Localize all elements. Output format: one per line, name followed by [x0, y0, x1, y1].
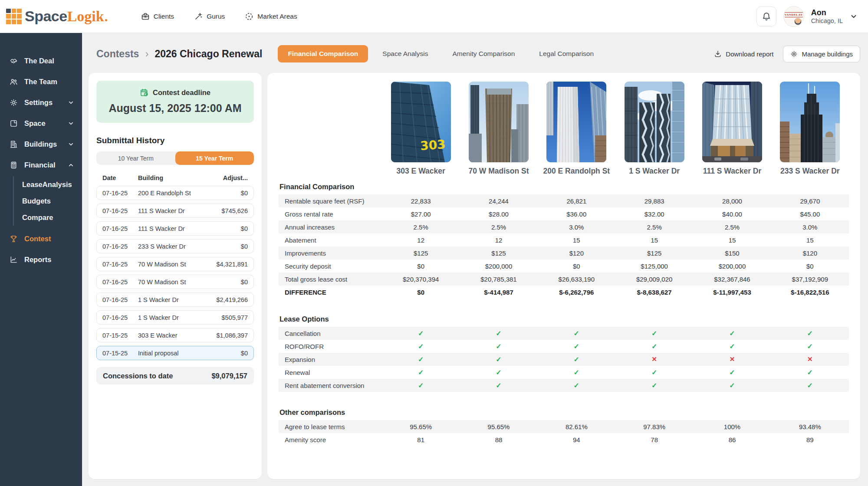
comparison-value: $32.00: [615, 210, 693, 218]
section-title: Financial Comparison: [279, 183, 849, 191]
comparison-cell: ✓: [615, 329, 693, 338]
comparison-value: 26,821: [538, 197, 615, 205]
breadcrumb-contests[interactable]: Contests: [96, 48, 139, 60]
submittal-row[interactable]: 07-15-25 Initial proposal $0: [96, 346, 254, 360]
tab-amenity-comparison[interactable]: Amenity Comparison: [442, 45, 525, 62]
sidebar-item-settings[interactable]: Settings: [0, 92, 82, 113]
submittal-row[interactable]: 07-16-25 233 S Wacker Dr $0: [96, 239, 254, 253]
comparison-cell: ✓: [538, 355, 615, 364]
cross-icon: ✕: [651, 355, 657, 363]
nav-item-market-areas[interactable]: Market Areas: [245, 12, 297, 21]
submittal-row[interactable]: 07-16-25 70 W Madison St $4,321,891: [96, 257, 254, 271]
comparison-value: 95.65%: [382, 423, 460, 430]
building-photo-303-e-wacker: 303: [391, 82, 451, 162]
check-icon: ✓: [574, 330, 579, 337]
submittal-row[interactable]: 07-16-25 1 S Wacker Dr $505,977: [96, 310, 254, 325]
sidebar-subitem-leaseanalysis[interactable]: LeaseAnalysis: [22, 176, 82, 193]
manage-buildings-button[interactable]: Manage buildings: [783, 46, 860, 62]
submittal-row[interactable]: 07-16-25 200 E Randolph St $0: [96, 186, 254, 200]
submittal-row[interactable]: 07-16-25 111 S Wacker Dr $0: [96, 221, 254, 236]
sidebar-item-the-deal[interactable]: The Deal: [0, 50, 82, 71]
submittal-building: Initial proposal: [138, 350, 241, 357]
comparison-value: $27.00: [382, 210, 460, 218]
column-header-date: Date: [102, 174, 138, 181]
layout-icon: [10, 119, 18, 128]
sidebar-subitem-budgets[interactable]: Budgets: [22, 193, 82, 209]
sidebar-item-buildings[interactable]: Buildings: [0, 134, 82, 154]
sidebar-item-space[interactable]: Space: [0, 113, 82, 134]
sidebar-item-the-team[interactable]: The Team: [0, 71, 82, 92]
comparison-cell: ✕: [693, 355, 771, 363]
nav-item-gurus[interactable]: Gurus: [194, 12, 225, 21]
comparison-row: Cancellation✓✓✓✓✓✓: [279, 327, 849, 340]
cross-icon: ✕: [730, 355, 735, 363]
spacelogik-logo[interactable]: SpaceLogik: [6, 8, 107, 25]
sidebar-item-reports[interactable]: Reports: [0, 249, 82, 270]
page-header: Contests › 2026 Chicago Renewal Financia…: [89, 43, 860, 65]
tab-legal-comparison[interactable]: Legal Comparison: [529, 45, 604, 62]
deadline-label: Contest deadline: [153, 89, 210, 97]
comparison-row: Renewal✓✓✓✓✓✓: [279, 366, 849, 379]
comparison-cell: ✓: [771, 342, 849, 351]
submittal-row[interactable]: 07-16-25 1 S Wacker Dr $2,419,266: [96, 292, 254, 307]
comparison-row: Total gross lease cost$20,370,394$20,785…: [279, 273, 849, 286]
submittal-amount: $0: [241, 279, 248, 286]
check-icon: ✓: [729, 369, 735, 376]
submittal-row[interactable]: 07-16-25 111 S Wacker Dr $745,626: [96, 204, 254, 218]
submittal-row[interactable]: 07-16-25 70 W Madison St $0: [96, 275, 254, 289]
sidebar-item-contest[interactable]: Contest: [0, 228, 82, 249]
comparison-value: $37,192,909: [771, 276, 849, 283]
comparison-cell: ✓: [693, 381, 771, 390]
submittal-date: 07-15-25: [102, 332, 138, 339]
check-icon: ✓: [496, 382, 501, 389]
chevron-down-icon[interactable]: [850, 13, 858, 20]
building-photo-1-s-wacker: [625, 82, 684, 162]
toggle-15-year-term[interactable]: 15 Year Term: [175, 151, 254, 165]
submittal-building: 303 E Wacker: [138, 332, 216, 339]
check-icon: ✓: [574, 382, 579, 389]
notifications-button[interactable]: [756, 7, 776, 26]
check-icon: ✓: [729, 382, 735, 389]
submittal-amount: $2,419,266: [216, 296, 248, 303]
comparison-value: $-11,997,453: [693, 289, 771, 296]
comparison-value: $125: [615, 250, 693, 257]
main-area: Contests › 2026 Chicago Renewal Financia…: [82, 33, 868, 486]
download-icon: [714, 50, 722, 58]
user-menu[interactable]: Aon Chicago, IL: [811, 8, 843, 24]
toggle-10-year-term[interactable]: 10 Year Term: [96, 151, 175, 165]
comparison-cell: ✓: [693, 368, 771, 377]
comparison-cell: ✓: [538, 329, 615, 338]
submittal-row[interactable]: 07-15-25 303 E Wacker $1,086,397: [96, 328, 254, 342]
top-navbar: SpaceLogik Clients Gurus Market Areas VA…: [0, 0, 868, 33]
tab-space-analysis[interactable]: Space Analysis: [372, 45, 438, 62]
section-rows: Agree to lease terms95.65%95.65%82.61%97…: [279, 420, 849, 446]
sidebar-item-label: Financial: [24, 161, 56, 169]
sidebar-subitem-compare[interactable]: Compare: [22, 209, 82, 226]
comparison-value: $0: [538, 263, 615, 270]
comparison-value: $28.00: [460, 210, 537, 218]
line-chart-icon: [10, 256, 18, 264]
avatar[interactable]: VANDELAY: [783, 6, 804, 27]
comparison-value: $125: [460, 250, 537, 257]
comparison-row: Expansion✓✓✓✕✕✕: [279, 353, 849, 366]
sidebar-item-financial[interactable]: Financial: [0, 154, 82, 175]
comparison-cell: ✓: [460, 342, 537, 351]
building-photo-233-s-wacker: [780, 82, 840, 162]
building-name: 233 S Wacker Dr: [780, 167, 840, 176]
submittal-column-headers: Date Building Adjust...: [96, 174, 254, 181]
check-icon: ✓: [496, 330, 501, 337]
gear-icon: [10, 99, 18, 107]
submittal-building: 70 W Madison St: [138, 279, 241, 286]
comparison-value: $120: [771, 250, 849, 257]
comparison-cell: ✓: [615, 342, 693, 351]
tab-financial-comparison[interactable]: Financial Comparison: [278, 45, 368, 62]
comparison-value: $150: [693, 250, 771, 257]
logo-grid-icon: [6, 9, 22, 24]
sidebar-item-label: Buildings: [24, 140, 57, 148]
submittal-building: 1 S Wacker Dr: [138, 314, 222, 321]
download-report-button[interactable]: Download report: [714, 50, 773, 58]
comparison-row-label: ROFO/ROFR: [279, 343, 382, 350]
nav-item-clients[interactable]: Clients: [141, 12, 174, 21]
comparison-value: 12: [460, 236, 537, 244]
top-nav-items: Clients Gurus Market Areas: [141, 12, 297, 21]
